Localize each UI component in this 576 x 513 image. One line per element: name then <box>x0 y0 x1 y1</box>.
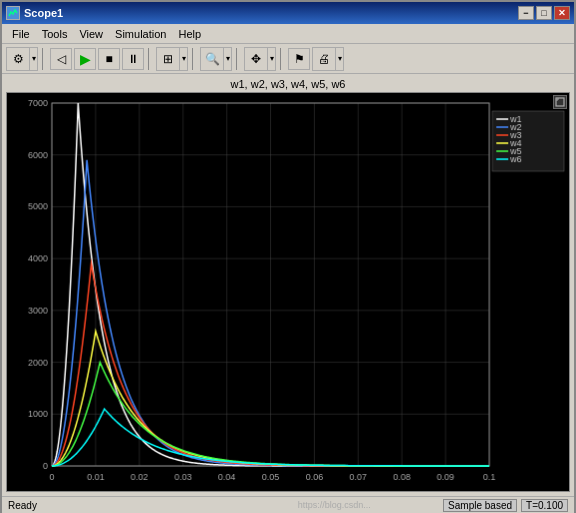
autoscale-group: ⊞ ▾ <box>156 47 188 71</box>
separator-5 <box>280 48 284 70</box>
pause-button[interactable]: ⏸ <box>122 48 144 70</box>
status-ready: Ready <box>8 500 226 511</box>
pan-button[interactable]: ✥ <box>245 48 267 70</box>
menu-help[interactable]: Help <box>172 26 207 42</box>
zoom-button[interactable]: 🔍 <box>201 48 223 70</box>
autoscale-button[interactable]: ⊞ <box>157 48 179 70</box>
title-bar: Scope1 − □ ✕ <box>2 2 574 24</box>
zoom-group: 🔍 ▾ <box>200 47 232 71</box>
menu-file[interactable]: File <box>6 26 36 42</box>
settings-button[interactable]: ⚙ <box>7 48 29 70</box>
separator-3 <box>192 48 196 70</box>
settings-group: ⚙ ▾ <box>6 47 38 71</box>
status-bar: Ready https://blog.csdn... Sample based … <box>2 496 574 513</box>
toolbar: ⚙ ▾ ◁ ▶ ■ ⏸ ⊞ ▾ 🔍 ▾ ✥ ▾ ⚑ 🖨 ▾ <box>2 44 574 74</box>
autoscale-dropdown[interactable]: ▾ <box>179 48 187 70</box>
zoom-dropdown[interactable]: ▾ <box>223 48 231 70</box>
plot-canvas <box>7 93 569 491</box>
stop-button[interactable]: ■ <box>98 48 120 70</box>
menu-bar: File Tools View Simulation Help <box>2 24 574 44</box>
plot-area: w1, w2, w3, w4, w5, w6 <box>2 74 574 496</box>
separator-4 <box>236 48 240 70</box>
settings-dropdown[interactable]: ▾ <box>29 48 37 70</box>
print-button[interactable]: 🖨 <box>313 48 335 70</box>
cursor-button[interactable]: ⚑ <box>288 48 310 70</box>
main-window: Scope1 − □ ✕ File Tools View Simulation … <box>0 0 576 513</box>
menu-view[interactable]: View <box>73 26 109 42</box>
play-button[interactable]: ▶ <box>74 48 96 70</box>
maximize-plot-icon[interactable] <box>553 95 567 109</box>
back-button[interactable]: ◁ <box>50 48 72 70</box>
close-button[interactable]: ✕ <box>554 6 570 20</box>
pan-dropdown[interactable]: ▾ <box>267 48 275 70</box>
window-title: Scope1 <box>24 7 518 19</box>
window-controls: − □ ✕ <box>518 6 570 20</box>
plot-title: w1, w2, w3, w4, w5, w6 <box>6 78 570 90</box>
pan-group: ✥ ▾ <box>244 47 276 71</box>
separator-1 <box>42 48 46 70</box>
separator-2 <box>148 48 152 70</box>
minimize-button[interactable]: − <box>518 6 534 20</box>
plot-container[interactable] <box>6 92 570 492</box>
print-dropdown[interactable]: ▾ <box>335 48 343 70</box>
status-watermark: https://blog.csdn... <box>226 500 444 510</box>
svg-rect-0 <box>556 98 564 106</box>
menu-simulation[interactable]: Simulation <box>109 26 172 42</box>
menu-tools[interactable]: Tools <box>36 26 74 42</box>
status-right: Sample based T=0.100 <box>443 499 568 512</box>
time-label: T=0.100 <box>521 499 568 512</box>
sample-based-label: Sample based <box>443 499 517 512</box>
print-group: 🖨 ▾ <box>312 47 344 71</box>
app-icon <box>6 6 20 20</box>
maximize-button[interactable]: □ <box>536 6 552 20</box>
